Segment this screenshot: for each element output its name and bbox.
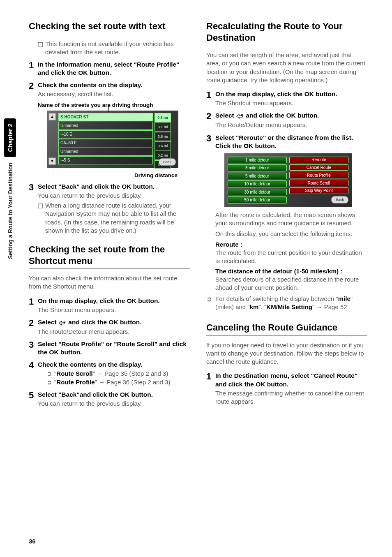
xref-route-scroll: ➲ "Route Scroll" → Page 35 (Step 2 and 3…: [47, 369, 190, 378]
list-item[interactable]: S HOOVER ST: [58, 113, 153, 121]
screenshot-route-profile: ▲ ▼ S HOOVER ST Unnamed I–10 E CA–60 E U…: [47, 111, 178, 168]
menu-button[interactable]: 5 mile detour: [228, 173, 287, 180]
s2-step1-sub: The Shortcut menu appears.: [38, 306, 190, 314]
step-number: 1: [206, 372, 215, 381]
xref-icon: ➲: [206, 295, 215, 304]
step2-sub: As necessary, scroll the list.: [38, 90, 190, 98]
side-tab: Setting a Route to Your Destination Chap…: [4, 118, 16, 259]
step-number: 1: [29, 60, 38, 70]
text: Select: [38, 319, 58, 326]
list-item[interactable]: I–10 E: [58, 130, 153, 139]
xref-text: For details of switching the display bet…: [215, 295, 367, 312]
back-button[interactable]: Back: [331, 196, 348, 203]
s2-step4: 4 Check the contents on the display. ➲ "…: [29, 361, 190, 386]
heading-recalc: Recalculating the Route to Your Destinat…: [206, 21, 367, 43]
s2-step2: 2 Select and click the OK button. The Ro…: [29, 318, 190, 336]
step3-note: ❐ When a long distance route is calculat…: [38, 201, 190, 235]
page-number: 36: [29, 538, 36, 545]
scroll-down-icon[interactable]: ▼: [48, 157, 56, 165]
menu-button[interactable]: Skip Way Point: [289, 187, 348, 194]
shortcut-intro: You can also check the information about…: [29, 274, 190, 291]
menu-button[interactable]: Route Profile: [289, 172, 348, 178]
leader-line: [108, 106, 109, 112]
caption-streets: Name of the streets you are driving thro…: [38, 102, 190, 108]
cancel-intro: If you no longer need to travel to your …: [206, 341, 367, 366]
xref-icon: ➲: [47, 369, 54, 378]
menu-button[interactable]: 3 mile detour: [228, 164, 287, 171]
menu-button[interactable]: 50 mile detour: [228, 196, 287, 203]
heading-cancel: Canceling the Route Guidance: [206, 322, 367, 333]
menu-button[interactable]: Reroute: [289, 157, 348, 163]
step3: 3 Select "Back" and click the OK button.…: [29, 183, 190, 200]
r-step2-title: Select and click the OK button.: [215, 111, 367, 120]
s2-step5-sub: You can return to the previous display.: [38, 400, 190, 408]
distance-item: 0.6 mi: [154, 141, 171, 150]
step-number: 2: [206, 111, 215, 121]
right-column: Recalculating the Route to Your Destinat…: [206, 21, 367, 409]
s2-step2-title: Select and click the OK button.: [38, 318, 190, 327]
note-icon: ❐: [38, 202, 45, 210]
rule: [206, 335, 367, 335]
menu-button[interactable]: 30 mile detour: [228, 189, 287, 196]
r-step1-title: On the map display, click the OK button.: [215, 90, 367, 98]
route-detour-icon: [236, 112, 244, 120]
street-list: S HOOVER ST Unnamed I–10 E CA–60 E Unnam…: [58, 113, 153, 165]
caption-distance: Driving distance: [47, 172, 178, 178]
back-button[interactable]: Back: [159, 158, 176, 166]
s2-step3: 3 Select "Route Profile" or "Route Scrol…: [29, 340, 190, 356]
heading-shortcut-menu: Checking the set route from the Shortcut…: [29, 244, 190, 266]
r-after1: After the route is calculated, the map s…: [215, 211, 367, 228]
menu-button[interactable]: 1 mile detour: [228, 157, 287, 164]
distance-item: 0.6 mi: [154, 113, 171, 122]
xref-route-profile: ➲ "Route Profile" → Page 36 (Step 2 and …: [47, 378, 190, 386]
left-column: Checking the set route with text ❐ This …: [29, 21, 190, 409]
step-number: 1: [206, 90, 215, 100]
r-step2: 2 Select and click the OK button. The Ro…: [206, 111, 367, 129]
step-number: 3: [206, 134, 215, 143]
xref-icon: ➲: [47, 378, 54, 386]
s2-step1: 1 On the map display, click the OK butto…: [29, 297, 190, 314]
c-step1-title: In the Destination menu, select "Cancel …: [215, 372, 367, 388]
menu-button[interactable]: Cancel Route: [289, 164, 348, 171]
xref-text: "Route Scroll" → Page 35 (Step 2 and 3): [54, 369, 168, 378]
recalc-intro: You can set the length of the area, and …: [206, 51, 367, 84]
r-step2-sub: The Route/Detour menu appears.: [215, 121, 367, 129]
r-step3: 3 Select "Reroute" or the distance from …: [206, 134, 367, 292]
rule: [29, 34, 190, 34]
text: Select: [215, 112, 236, 119]
c-step1: 1 In the Destination menu, select "Cance…: [206, 372, 367, 406]
screenshot-reroute-menu: 1 mile detour 3 mile detour 5 mile detou…: [224, 153, 352, 207]
s2-step5: 5 Select "Back"and click the OK button. …: [29, 391, 190, 408]
step-number: 2: [29, 81, 38, 91]
list-item[interactable]: I–5 S: [58, 156, 153, 164]
side-chapter-label: Chapter 2: [4, 118, 16, 157]
scroll-arrows: ▲ ▼: [48, 113, 56, 165]
step1-title: In the information menu, select "Route P…: [38, 60, 190, 77]
distance-item: 0.1 mi: [154, 122, 171, 132]
note-icon: ❐: [38, 41, 45, 49]
xref-text: "Route Profile" → Page 36 (Step 2 and 3): [54, 378, 170, 386]
r-step1-sub: The Shortcut menu appears.: [215, 99, 367, 107]
list-item[interactable]: CA–60 E: [58, 139, 153, 147]
scroll-up-icon[interactable]: ▲: [48, 113, 56, 120]
step-number: 5: [29, 391, 38, 400]
list-item[interactable]: Unnamed: [58, 148, 153, 156]
step3-title: Select "Back" and click the OK button.: [38, 183, 190, 191]
r-step1: 1 On the map display, click the OK butto…: [206, 90, 367, 107]
detour-body: Searches detours of a specified distance…: [215, 275, 367, 292]
step1: 1 In the information menu, select "Route…: [29, 60, 190, 77]
c-step1-sub: The message confirming whether to cancel…: [215, 389, 367, 406]
menu-button[interactable]: 10 mile detour: [228, 180, 287, 187]
list-item[interactable]: Unnamed: [58, 122, 153, 130]
step-number: 3: [29, 340, 38, 350]
distance-item: 3.6 mi: [154, 132, 171, 141]
step-number: 1: [29, 297, 38, 307]
menu-button[interactable]: Route Scroll: [289, 180, 348, 186]
detour-distance-list: 1 mile detour 3 mile detour 5 mile detou…: [228, 157, 287, 203]
heading-check-text: Checking the set route with text: [29, 21, 190, 32]
step3-note-text: When a long distance route is calculated…: [45, 201, 190, 235]
reroute-label: Reroute :: [215, 241, 367, 248]
step2-title: Check the contents on the display.: [38, 81, 190, 89]
step-number: 2: [29, 318, 38, 328]
step2: 2 Check the contents on the display. As …: [29, 81, 190, 178]
